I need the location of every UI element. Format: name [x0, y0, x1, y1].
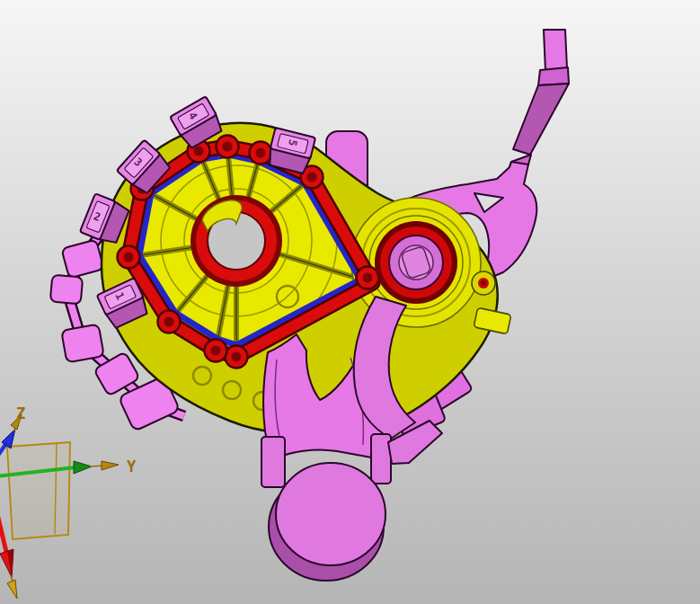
- y-axis-label: Y: [127, 457, 137, 475]
- strap-collar-1: [538, 67, 569, 85]
- z-axis-label: Z: [16, 404, 25, 422]
- output-seal[interactable]: [375, 221, 457, 304]
- strap-segment-top: [544, 30, 567, 71]
- viewport-canvas[interactable]: 1 2 3 4 5: [0, 0, 700, 604]
- edge-bolt-boss: [472, 271, 495, 295]
- chain-pad: [50, 275, 83, 305]
- chain-pad: [61, 324, 104, 363]
- central-bore[interactable]: [191, 195, 282, 287]
- datum-plane[interactable]: [7, 442, 70, 539]
- bottom-cylinder-face[interactable]: [276, 463, 385, 565]
- cad-viewport[interactable]: 1 2 3 4 5: [0, 0, 700, 604]
- cylinder-post-left: [261, 437, 285, 487]
- datum-plane-outline: [7, 442, 70, 539]
